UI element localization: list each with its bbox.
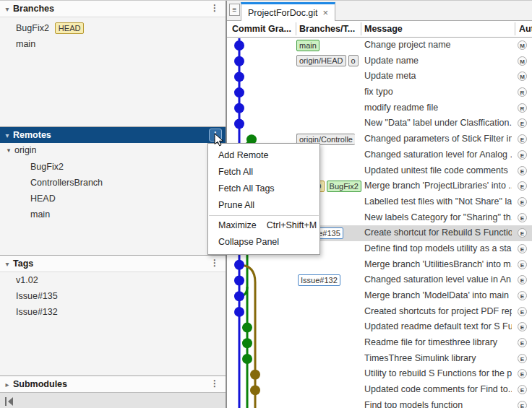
commit-row[interactable]: TimesThree Simulink library E	[227, 351, 532, 367]
author-initial-badge: E	[518, 275, 527, 285]
collapsed-arrow-icon[interactable]: ▸	[1, 381, 13, 389]
author-initial-badge: E	[518, 369, 527, 378]
tags-panel-title: Tags	[13, 259, 33, 269]
sidebar-bottom-bar	[0, 392, 226, 408]
commit-author: E	[518, 307, 527, 316]
commit-message: fix typo	[364, 84, 512, 100]
commit-row[interactable]: Utility to rebuild S Functions for the p…	[227, 366, 532, 382]
menu-item-label: Fetch All Tags	[218, 181, 275, 197]
remote-branches-list: BugFix2 ControllersBranch HEAD main	[0, 159, 226, 222]
context-menu-item[interactable]: Fetch All Tags	[208, 181, 319, 197]
author-initial-badge: E	[518, 260, 527, 269]
commit-row[interactable]: Merge branch 'ModelData' into main E	[227, 288, 532, 304]
close-tab-icon[interactable]: ×	[323, 7, 329, 18]
commit-author: E	[518, 260, 527, 269]
list-item[interactable]: Issue#135	[0, 288, 226, 304]
context-menu-item[interactable]: Prune All	[208, 197, 319, 214]
commit-row[interactable]: origin/HEADo Update name M	[227, 53, 532, 69]
expand-arrow-icon[interactable]: ▾	[1, 131, 13, 139]
list-item[interactable]: BugFix2HEAD	[0, 20, 226, 36]
submodules-kebab-icon[interactable]: ⋮	[208, 378, 221, 391]
column-header-commit-graph[interactable]: Commit Gra...	[232, 21, 293, 37]
commit-row[interactable]: Updated readme default text for S Fu... …	[227, 319, 532, 335]
list-item[interactable]: Issue#132	[0, 304, 226, 320]
menu-item-shortcut: Ctrl+Shift+M	[267, 217, 317, 234]
commit-message: Merge branch 'ProjectLibraries' into ...	[364, 178, 512, 194]
tags-kebab-icon[interactable]: ⋮	[208, 257, 221, 270]
commit-author: M	[518, 71, 527, 81]
context-menu-item[interactable]: Add Remote	[208, 147, 319, 164]
author-initial-badge: E	[518, 228, 527, 238]
author-initial-badge: E	[518, 134, 527, 144]
item-label: main	[16, 39, 35, 49]
document-tab-bar: ≡ ProjectForDoc.git ×	[227, 1, 532, 21]
remote-origin-label: origin	[14, 143, 37, 159]
commit-message: Merge branch 'ModelData' into main	[364, 288, 512, 304]
git-repository-window: ▾ Branches ⋮ BugFix2HEAD main ▾ Remotes …	[0, 0, 532, 408]
commit-author: E	[518, 401, 527, 408]
item-label: v1.02	[16, 275, 38, 285]
list-item[interactable]: BugFix2	[0, 159, 226, 175]
commit-message: Changed saturation level value in An...	[364, 272, 512, 288]
item-label: BugFix2	[30, 162, 64, 172]
commit-row[interactable]: Issue#132 Changed saturation level value…	[227, 272, 532, 288]
column-divider[interactable]	[361, 22, 361, 35]
commit-row[interactable]: Find top models function E	[227, 398, 532, 408]
commit-message: Changed parameters of Stick Filter in ..…	[364, 131, 512, 147]
column-header-branches-tags[interactable]: Branches/T...	[299, 21, 359, 37]
menu-item-label: Prune All	[218, 197, 254, 214]
commit-row[interactable]: main Change project name M	[227, 38, 532, 53]
remotes-tree: ▾ origin BugFix2 ControllersBranch HEAD …	[0, 143, 226, 255]
author-initial-badge: M	[518, 71, 527, 81]
commit-row[interactable]: fix typo R	[227, 84, 532, 100]
remotes-context-menu: Add Remote Fetch All Fetch All Tags Prun…	[207, 143, 320, 255]
column-divider[interactable]	[515, 22, 515, 35]
commit-row[interactable]: New "Data" label under Clasffication. ..…	[227, 116, 532, 131]
tab-list-button[interactable]: ≡	[229, 4, 240, 16]
commit-row[interactable]: Readme file for timesthree library E	[227, 335, 532, 351]
branches-kebab-icon[interactable]: ⋮	[208, 2, 221, 15]
commit-message: Created shortcuts for project PDF rep...	[364, 304, 512, 320]
commit-message: Update name	[364, 53, 512, 69]
commit-row[interactable]: Update meta M	[227, 69, 532, 84]
item-label: HEAD	[30, 194, 56, 204]
commit-author: R	[518, 103, 527, 113]
branches-panel-header[interactable]: ▾ Branches ⋮	[0, 1, 226, 17]
remotes-panel-header[interactable]: ▾ Remotes ⋮	[0, 127, 226, 143]
list-item[interactable]: HEAD	[0, 191, 226, 207]
commit-message: Find top models function	[364, 398, 512, 408]
tag-badge: Issue#132	[298, 274, 340, 286]
commit-row[interactable]: Created shortcuts for project PDF rep...…	[227, 304, 532, 320]
commit-message: Updated readme default text for S Fu...	[364, 319, 512, 335]
remote-origin-node[interactable]: ▾ origin	[0, 143, 226, 159]
column-header-author[interactable]: Aut	[519, 21, 532, 37]
expand-arrow-icon[interactable]: ▾	[1, 5, 13, 13]
commit-row[interactable]: Updated code comments for Find to... E	[227, 382, 532, 398]
list-item[interactable]: ControllersBranch	[0, 175, 226, 191]
expand-arrow-icon[interactable]: ▾	[1, 260, 13, 268]
collapse-sidebar-icon[interactable]	[4, 396, 16, 407]
context-menu-item[interactable]: Maximize Ctrl+Shift+M	[208, 217, 319, 234]
remotes-kebab-button[interactable]: ⋮	[209, 129, 222, 142]
column-divider[interactable]	[296, 22, 296, 35]
commit-row[interactable]: Merge branch 'UtilitiesBranch' into m...…	[227, 257, 532, 273]
commit-author: E	[518, 166, 527, 175]
column-header-message[interactable]: Message	[364, 21, 509, 37]
commit-author: E	[518, 213, 527, 222]
commit-message: modify readme file	[364, 100, 512, 116]
commit-author: E	[518, 150, 527, 160]
context-menu-item[interactable]: Fetch All	[208, 164, 319, 181]
list-item[interactable]: main	[0, 36, 226, 52]
submodules-panel-header[interactable]: ▸ Submodules ⋮	[0, 376, 226, 393]
commit-author: R	[518, 87, 527, 97]
list-item[interactable]: v1.02	[0, 272, 226, 288]
commit-row[interactable]: modify readme file R	[227, 100, 532, 116]
author-initial-badge: E	[518, 401, 527, 408]
expand-arrow-icon[interactable]: ▾	[3, 143, 14, 159]
list-item[interactable]: main	[0, 207, 226, 222]
commit-message: Change project name	[364, 38, 512, 53]
context-menu-item[interactable]: Collapse Panel	[208, 234, 319, 251]
tab-projectfordoc[interactable]: ProjectForDoc.git ×	[241, 2, 335, 21]
tags-panel-header[interactable]: ▾ Tags ⋮	[0, 256, 226, 272]
commit-author: E	[518, 181, 527, 191]
